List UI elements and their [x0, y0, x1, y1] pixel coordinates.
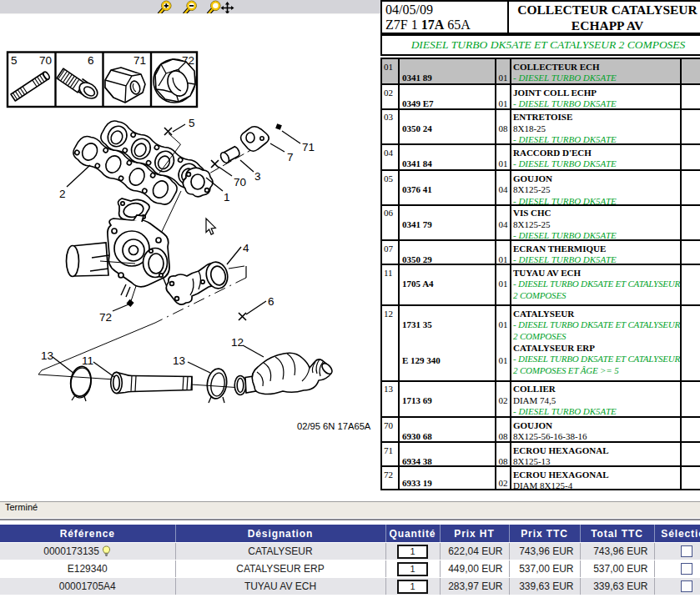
- svg-text:72: 72: [99, 311, 112, 324]
- svg-text:7: 7: [287, 151, 294, 163]
- svg-text:02/95 6N 17A65A: 02/95 6N 17A65A: [297, 421, 371, 431]
- svg-text:70: 70: [39, 54, 52, 67]
- svg-text:13: 13: [173, 354, 185, 367]
- svg-text:4: 4: [243, 242, 249, 254]
- svg-text:6: 6: [268, 295, 274, 308]
- svg-text:5: 5: [189, 117, 195, 129]
- svg-text:13: 13: [41, 349, 53, 362]
- svg-text:5: 5: [11, 54, 18, 67]
- svg-text:2: 2: [59, 188, 66, 200]
- svg-text:6: 6: [88, 54, 94, 67]
- svg-text:11: 11: [82, 354, 93, 367]
- svg-text:3: 3: [254, 170, 261, 183]
- svg-text:70: 70: [234, 176, 246, 188]
- svg-text:71: 71: [133, 54, 146, 67]
- svg-text:1: 1: [224, 191, 230, 204]
- svg-text:12: 12: [231, 336, 244, 349]
- svg-text:71: 71: [302, 141, 315, 153]
